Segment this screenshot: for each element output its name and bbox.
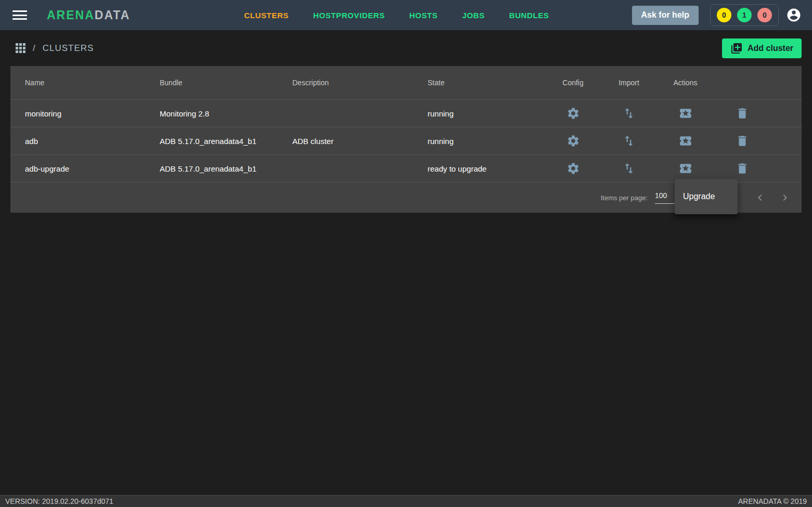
breadcrumb-separator: / xyxy=(33,43,35,54)
delete-trash-icon[interactable] xyxy=(733,105,751,122)
account-icon[interactable] xyxy=(786,7,802,23)
col-header-name: Name xyxy=(25,79,160,87)
items-per-page-label: Items per page: xyxy=(601,194,648,202)
col-header-bundle: Bundle xyxy=(160,79,292,87)
cell-name: adb xyxy=(25,137,160,146)
app-footer: VERSION: 2019.02.20-6037d071 ARENADATA ©… xyxy=(0,495,812,507)
upgrade-menu-item[interactable]: Upgrade xyxy=(675,184,738,209)
col-header-description: Description xyxy=(292,79,428,87)
nav-jobs[interactable]: JOBS xyxy=(462,11,484,20)
logo-part-green: ARENA xyxy=(47,8,95,22)
arenadata-logo[interactable]: ARENADATA xyxy=(47,8,130,22)
copyright-text: ARENADATA © 2019 xyxy=(738,497,807,505)
main-nav: CLUSTERS HOSTPROVIDERS HOSTS JOBS BUNDLE… xyxy=(161,11,631,20)
version-text: VERSION: 2019.02.20-6037d071 xyxy=(5,497,113,505)
upgrade-menu: Upgrade xyxy=(675,179,738,214)
delete-trash-icon[interactable] xyxy=(733,160,751,177)
col-header-config: Config xyxy=(562,79,583,87)
table-row[interactable]: monitoring Monitoring 2.8 running xyxy=(10,99,802,127)
jobs-success-badge[interactable]: 1 xyxy=(737,8,752,22)
col-header-state: State xyxy=(428,79,545,87)
cell-state: running xyxy=(428,137,545,146)
ask-for-help-button[interactable]: Ask for help xyxy=(632,6,699,25)
apps-grid-icon[interactable] xyxy=(16,43,25,53)
jobs-failed-badge[interactable]: 0 xyxy=(717,8,731,22)
add-cluster-label: Add cluster xyxy=(747,44,793,53)
import-export-icon[interactable] xyxy=(620,105,638,122)
run-action-icon[interactable] xyxy=(677,105,694,122)
run-action-icon[interactable] xyxy=(677,160,694,177)
cell-description: ADB cluster xyxy=(292,137,428,146)
breadcrumb-bar: / CLUSTERS Add cluster xyxy=(0,30,812,66)
cell-name: adb-upgrade xyxy=(25,164,160,173)
config-gear-icon[interactable] xyxy=(564,105,582,122)
config-gear-icon[interactable] xyxy=(564,160,582,177)
col-header-import: Import xyxy=(618,79,639,87)
table-row[interactable]: adb-upgrade ADB 5.17.0_arenadata4_b1 rea… xyxy=(10,154,802,182)
delete-trash-icon[interactable] xyxy=(733,132,751,150)
cell-state: running xyxy=(428,109,545,118)
config-gear-icon[interactable] xyxy=(564,132,582,150)
nav-hosts[interactable]: HOSTS xyxy=(409,11,438,20)
nav-bundles[interactable]: BUNDLES xyxy=(509,11,549,20)
job-status-badges: 0 1 0 xyxy=(710,4,779,26)
col-header-actions: Actions xyxy=(674,79,698,87)
menu-hamburger-icon[interactable] xyxy=(12,9,27,21)
items-per-page-select[interactable]: 100 xyxy=(655,191,676,204)
import-export-icon[interactable] xyxy=(620,132,638,150)
cell-bundle: Monitoring 2.8 xyxy=(160,109,292,118)
logo-part-gray: DATA xyxy=(95,8,130,22)
import-export-icon[interactable] xyxy=(620,160,638,177)
cell-bundle: ADB 5.17.0_arenadata4_b1 xyxy=(160,164,292,173)
table-header-row: Name Bundle Description State Config Imp… xyxy=(10,66,802,99)
top-navbar: ARENADATA CLUSTERS HOSTPROVIDERS HOSTS J… xyxy=(0,0,812,30)
next-page-button[interactable] xyxy=(779,191,791,204)
nav-hostproviders[interactable]: HOSTPROVIDERS xyxy=(313,11,385,20)
previous-page-button[interactable] xyxy=(754,191,766,204)
run-action-icon[interactable] xyxy=(677,132,694,150)
cell-state: ready to upgrade xyxy=(428,164,545,173)
add-cluster-button[interactable]: Add cluster xyxy=(722,38,802,58)
breadcrumb-current[interactable]: CLUSTERS xyxy=(43,43,94,54)
cell-bundle: ADB 5.17.0_arenadata4_b1 xyxy=(160,137,292,146)
library-add-icon xyxy=(730,42,743,55)
cell-name: monitoring xyxy=(25,109,160,118)
nav-clusters[interactable]: CLUSTERS xyxy=(244,11,289,20)
table-row[interactable]: adb ADB 5.17.0_arenadata4_b1 ADB cluster… xyxy=(10,127,802,154)
jobs-running-badge[interactable]: 0 xyxy=(757,8,772,22)
